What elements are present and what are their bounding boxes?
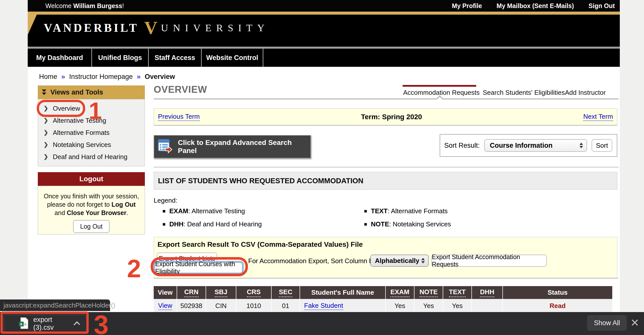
export-accommodation-requests-button[interactable]: Export Student Accommodation Requests [431,255,547,267]
sort-button[interactable]: Sort [592,139,612,152]
close-download-bar-icon[interactable]: ✕ [630,317,639,329]
download-chip[interactable]: a, X export (3).csv [4,315,87,333]
section-divider [154,278,619,279]
sidebar-item-overview[interactable]: ❯ Overview [38,102,145,114]
logout-text-line1: Once you finish with your session, [38,192,145,200]
chevron-right-icon: ❯ [44,105,48,112]
divider-strip [28,47,620,49]
bullet-icon [163,210,165,212]
tab-add-instructor[interactable]: Add Instructor [565,89,606,97]
sign-out-link[interactable]: Sign Out [589,2,615,10]
row-status-cell: Read [503,299,612,313]
chevron-up-icon[interactable] [74,321,80,328]
logout-text-line3: and Close Your Browser. [38,209,145,217]
status-read-label: Read [550,302,566,310]
show-all-button[interactable]: Show All [587,315,627,331]
sidebar-item-alternative-testing[interactable]: ❯ Alternative Testing [38,114,145,127]
export-student-courses-button[interactable]: Export Student Courses with Eligibility [155,262,242,273]
sort-result-select[interactable]: Course Information [484,139,587,152]
results-table-header: View CRN SBJ CRS SEC Student's Full Name… [154,286,612,299]
column-header-note[interactable]: NOTE [414,286,443,299]
sidebar-item-deaf-hard-of-hearing[interactable]: ❯ Deaf and Hard of Hearing [38,151,145,163]
view-link[interactable]: View [158,302,172,310]
breadcrumb-home-link[interactable]: Home [39,73,57,81]
sidebar-item-notetaking-services[interactable]: ❯ Notetaking Services [38,139,145,151]
vanderbilt-wordmark: VANDERBILT [44,21,139,35]
legend-title: Legend: [154,197,177,204]
export-sort-selected-value: Alphabetically [371,257,419,265]
export-sort-select[interactable]: Alphabetically [370,255,429,267]
breadcrumb-current: Overview [145,73,175,81]
my-profile-link[interactable]: My Profile [452,2,482,10]
welcome-message: Welcome William Burgess! [45,2,124,10]
download-file-name: export (3).csv [33,316,70,331]
breadcrumb: Home » Instructor Homepage » Overview [39,73,175,81]
sidebar-item-label: Overview [53,105,80,112]
search-panel-label: Click to Expand Advanced Search Panel [178,139,310,155]
welcome-prefix: Welcome [45,2,73,9]
chevron-right-icon: ❯ [44,141,48,148]
sidebar-item-alternative-formats[interactable]: ❯ Alternative Formats [38,127,145,139]
log-out-button[interactable]: Log Out [73,220,110,233]
bullet-icon [364,223,367,226]
list-section-header: LIST OF STUDENTS WHO REQUESTED ACCOMMODA… [154,172,617,190]
tab-search-students-eligibilities[interactable]: Search Students' Eligibilities [483,89,565,97]
column-header-crn[interactable]: CRN [177,286,206,299]
column-header-name: Student's Full Name [300,286,386,299]
column-header-sec[interactable]: SEC [272,286,300,299]
welcome-suffix: ! [122,2,124,9]
sidebar-header[interactable]: Views and Tools [38,85,145,99]
column-header-exam[interactable]: EXAM [386,286,414,299]
nav-staff-access[interactable]: Staff Access [149,49,202,67]
section-divider [154,167,619,167]
top-bar: Welcome William Burgess! My Profile My M… [28,0,620,12]
student-name-link[interactable]: Fake Student [304,302,343,310]
page-title: OVERVIEW [154,84,207,95]
row-dhh-cell [472,299,503,313]
column-header-sbj[interactable]: SBJ [206,286,236,299]
chevron-right-icon: ❯ [44,129,48,136]
column-header-dhh[interactable]: DHH [472,286,503,299]
export-sort-label: For Accommodation Export, Sort Column by… [248,257,378,265]
nav-unified-blogs[interactable]: Unified Blogs [92,49,149,67]
row-text-cell: Yes [443,299,472,313]
sidebar-item-label: Deaf and Hard of Hearing [53,153,127,161]
logout-text-line2: please do not forget to Log Out [38,200,145,209]
select-stepper-icon [421,258,425,263]
breadcrumb-instructor-homepage-link[interactable]: Instructor Homepage [69,73,133,81]
gold-band [28,12,620,15]
bullet-icon [163,223,165,226]
sidebar-menu: ❯ Overview ❯ Alternative Testing ❯ Alter… [38,99,145,166]
sidebar-header-label: Views and Tools [50,88,103,96]
expand-advanced-search-button[interactable]: Click to Expand Advanced Search Panel [154,135,311,158]
csv-file-icon: a, X [19,317,28,330]
row-sec-cell: 01 [272,299,300,313]
column-header-status: Status [503,286,612,299]
active-tab-indicator [403,85,476,87]
breadcrumb-separator-icon: » [61,73,65,81]
row-crs-cell: 1010 [236,299,272,313]
title-divider [154,99,619,99]
nav-my-dashboard[interactable]: My Dashboard [28,49,92,67]
vanderbilt-v-icon: V [144,20,157,35]
chevron-right-icon: ❯ [44,154,48,160]
export-section-title: Export Search Result To CSV (Comma-Separ… [157,240,363,249]
row-crn-cell: 502938 [177,299,206,313]
tab-accommodation-requests[interactable]: Accommodation Requests [403,89,479,97]
svg-text:a,: a, [24,322,27,326]
row-sbj-cell: CIN [206,299,236,313]
sort-result-selected-value: Course Information [485,142,553,149]
nav-website-control[interactable]: Website Control [202,49,263,67]
legend-item-dhh: DHH: Deaf and Hard of Hearing [163,220,262,228]
sidebar-item-label: Alternative Testing [53,117,106,125]
sort-result-box: Sort Result: Course Information Sort [440,134,617,157]
logout-box-title: Logout [38,172,145,186]
my-mailbox-link[interactable]: My Mailbox (Sent E-Mails) [497,2,574,10]
status-tooltip: javascript:expandSearchPlaceHolder() [0,299,110,311]
top-links: My Profile My Mailbox (Sent E-Mails) Sig… [452,2,620,10]
next-term-link[interactable]: Next Term [583,113,613,121]
column-header-crs[interactable]: CRS [236,286,272,299]
current-term-label: Term: Spring 2020 [200,113,583,121]
previous-term-link[interactable]: Previous Term [158,113,200,121]
column-header-text[interactable]: TEXT [443,286,472,299]
